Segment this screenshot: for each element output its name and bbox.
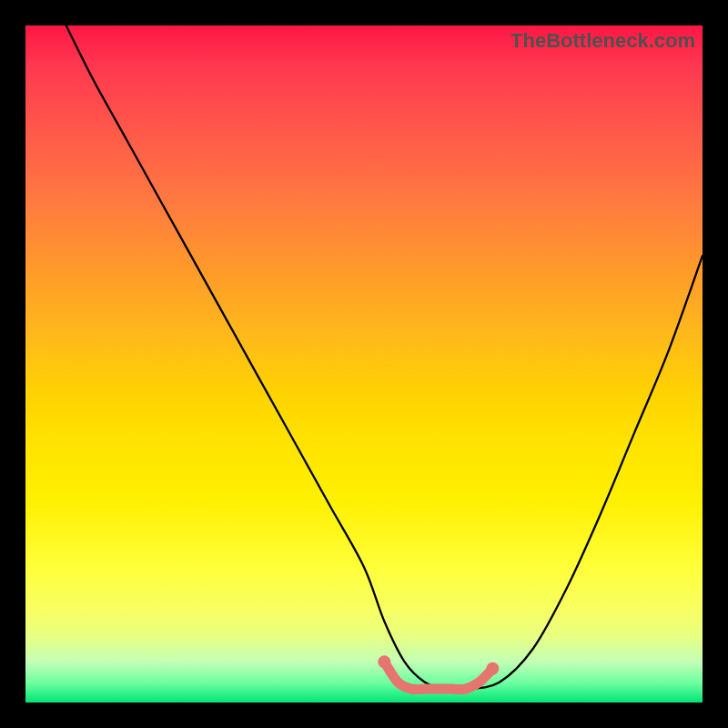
- bottleneck-curve: [66, 25, 703, 690]
- curves-overlay: [25, 25, 703, 703]
- chart-container: TheBottleneck.com: [0, 0, 728, 728]
- svg-point-1: [486, 662, 499, 675]
- optimal-zone-marker: [378, 655, 499, 689]
- watermark-text: TheBottleneck.com: [511, 29, 695, 53]
- svg-point-0: [378, 655, 390, 668]
